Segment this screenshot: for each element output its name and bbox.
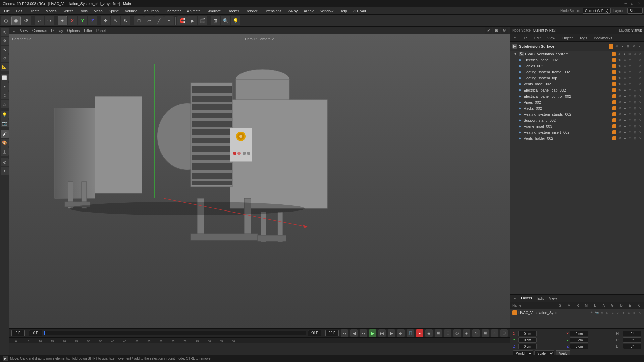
- obj-item-support-stand[interactable]: ◆ Support_stand_002 👁 ● M ⊞ ✕: [510, 117, 644, 123]
- obj-vis[interactable]: 👁: [617, 58, 622, 62]
- toolbar-snap[interactable]: 🧲: [177, 16, 187, 25]
- sidebar-sphere[interactable]: ●: [1, 82, 9, 90]
- obj-dot[interactable]: [612, 106, 616, 110]
- playback-end-btn[interactable]: ⏭: [397, 329, 405, 337]
- coord-px-input[interactable]: [570, 331, 588, 336]
- sidebar-effector[interactable]: ✦: [1, 167, 9, 175]
- layer-icon-play[interactable]: ▶: [621, 310, 626, 315]
- obj-item-pipes[interactable]: ◆ Pipes_002 👁 ● M ⊞ ✕: [510, 99, 644, 105]
- obj-item-vents-base[interactable]: ◆ Vents_base_002 👁 ● M ⊞ ✕: [510, 81, 644, 87]
- playback-next-btn[interactable]: ▶: [388, 329, 395, 337]
- menu-simulate[interactable]: Simulate: [204, 8, 224, 14]
- menu-window[interactable]: Window: [318, 8, 336, 14]
- playback-next-frame-btn[interactable]: ⏭: [378, 329, 386, 337]
- coord-z-input[interactable]: [518, 344, 537, 349]
- layers-tab-view[interactable]: View: [548, 296, 558, 301]
- playback-icon-9[interactable]: ⊞: [482, 329, 489, 337]
- subdivision-lock-btn[interactable]: ⊞: [626, 44, 631, 49]
- obj-render[interactable]: ●: [623, 118, 627, 123]
- playback-icon-4[interactable]: ⊞: [435, 329, 442, 337]
- node-space-dropdown[interactable]: Current (V-Ray): [583, 8, 611, 14]
- playback-play-btn[interactable]: ▶: [369, 329, 376, 337]
- toolbar-filter[interactable]: 🔍: [221, 16, 230, 25]
- menu-tracker[interactable]: Tracker: [224, 8, 242, 14]
- menu-edit[interactable]: Edit: [13, 8, 25, 14]
- obj-item-heating-frame[interactable]: ◆ Heating_system_frame_002 👁 ● M ⊞ ✕: [510, 69, 644, 75]
- toolbar-light[interactable]: 💡: [231, 16, 240, 25]
- sidebar-light-tool[interactable]: 💡: [1, 111, 9, 119]
- toolbar-x-axis[interactable]: X: [68, 16, 77, 25]
- toolbar-poly-mode[interactable]: ▱: [144, 16, 154, 25]
- playback-icon-1[interactable]: 🎵: [407, 329, 414, 337]
- obj-dot[interactable]: [612, 112, 616, 116]
- obj-item-vents-holder[interactable]: ◆ Vents_holder_002 👁 ● M ⊞ ✕: [510, 135, 644, 141]
- obj-vis[interactable]: 👁: [617, 112, 622, 117]
- sidebar-deform[interactable]: ⊙: [1, 158, 9, 166]
- coord-p-input[interactable]: [623, 337, 641, 343]
- playback-start-btn[interactable]: ⏮: [341, 329, 348, 337]
- sidebar-paint[interactable]: 🖌: [1, 130, 9, 138]
- sidebar-scale-tool[interactable]: ⤡: [1, 46, 9, 54]
- obj-render[interactable]: ●: [623, 70, 627, 74]
- obj-item-elec-control[interactable]: ◆ Electrical_panel_control_002 👁 ● M ⊞ ✕: [510, 93, 644, 99]
- sidebar-cone[interactable]: △: [1, 100, 9, 108]
- coord-py-input[interactable]: [570, 337, 588, 343]
- obj-item-frame-inset[interactable]: ◆ Frame_inset_003 👁 ● M ⊞ ✕: [510, 123, 644, 129]
- obj-dot[interactable]: [612, 64, 616, 68]
- obj-dot[interactable]: [612, 88, 616, 92]
- obj-dot[interactable]: [612, 76, 616, 80]
- obj-vis[interactable]: 👁: [617, 88, 622, 93]
- menu-mograph[interactable]: MoGraph: [141, 8, 161, 14]
- sidebar-cylinder[interactable]: ⬭: [1, 91, 9, 99]
- subdivision-check-btn[interactable]: ✓: [637, 44, 642, 49]
- obj-color-dot[interactable]: [612, 52, 616, 56]
- om-tab-view[interactable]: View: [545, 35, 557, 41]
- obj-render[interactable]: ●: [623, 64, 627, 68]
- viewport-tab-options[interactable]: Options: [67, 28, 80, 33]
- obj-dot[interactable]: [612, 82, 616, 86]
- sidebar-rotate-tool[interactable]: ↻: [1, 54, 9, 62]
- obj-expand-icon[interactable]: ▼: [513, 52, 518, 56]
- obj-lock-btn[interactable]: ⊞: [627, 52, 632, 56]
- obj-dot[interactable]: [612, 94, 616, 98]
- frame-max-input[interactable]: [325, 330, 339, 336]
- layer-icon-r[interactable]: R: [600, 310, 604, 315]
- layer-icon-x[interactable]: X: [637, 310, 642, 315]
- obj-render[interactable]: ●: [623, 124, 627, 129]
- playback-icon-3[interactable]: ◉: [425, 329, 433, 337]
- playback-icon-5[interactable]: ⊟: [444, 329, 451, 337]
- obj-vis[interactable]: 👁: [617, 118, 622, 123]
- playback-icon-8[interactable]: ⊕: [472, 329, 480, 337]
- obj-render[interactable]: ●: [623, 76, 627, 80]
- menu-character[interactable]: Character: [162, 8, 183, 14]
- obj-vis[interactable]: 👁: [617, 106, 622, 111]
- toolbar-render[interactable]: 🎬: [198, 16, 207, 25]
- toolbar-edge-mode[interactable]: ╱: [154, 16, 164, 25]
- layer-color[interactable]: [512, 310, 517, 315]
- menu-arnold[interactable]: Arnold: [301, 8, 317, 14]
- menu-file[interactable]: File: [1, 8, 13, 14]
- frame-current-input[interactable]: [29, 330, 42, 336]
- obj-item-elec-cap[interactable]: ◆ Electrical_panel_cap_002 👁 ● M ⊞ ✕: [510, 87, 644, 93]
- coord-y-input[interactable]: [518, 337, 537, 343]
- toolbar-model-mode[interactable]: ⬡: [1, 16, 11, 25]
- om-menu-btn[interactable]: ≡: [512, 36, 517, 40]
- om-tab-bookmarks[interactable]: Bookmarks: [592, 35, 614, 41]
- obj-color-dot[interactable]: [612, 58, 616, 62]
- frame-end-input[interactable]: [308, 330, 321, 336]
- viewport-tab-display[interactable]: Display: [51, 28, 63, 33]
- toolbar-move[interactable]: ✥: [101, 16, 110, 25]
- toolbar-obj-mode[interactable]: □: [134, 16, 144, 25]
- toolbar-y-axis[interactable]: Y: [78, 16, 87, 25]
- om-tab-file[interactable]: File: [520, 35, 530, 41]
- layers-tab-layers[interactable]: Layers: [520, 295, 533, 301]
- obj-render[interactable]: ●: [623, 88, 627, 93]
- layer-icon-d[interactable]: D: [627, 310, 631, 315]
- sidebar-material[interactable]: ◫: [1, 147, 9, 156]
- obj-render[interactable]: ●: [623, 106, 627, 111]
- subdivision-expand[interactable]: ▶: [512, 44, 517, 49]
- obj-render-btn[interactable]: ●: [622, 52, 627, 56]
- sidebar-select-tool[interactable]: ↖: [1, 28, 9, 36]
- toolbar-z-axis[interactable]: Z: [88, 16, 97, 25]
- obj-item-hvac-system[interactable]: ▼ 🏗 HVAC_Ventilation_System 👁 ● ⊞ ◈ ✕: [510, 51, 644, 57]
